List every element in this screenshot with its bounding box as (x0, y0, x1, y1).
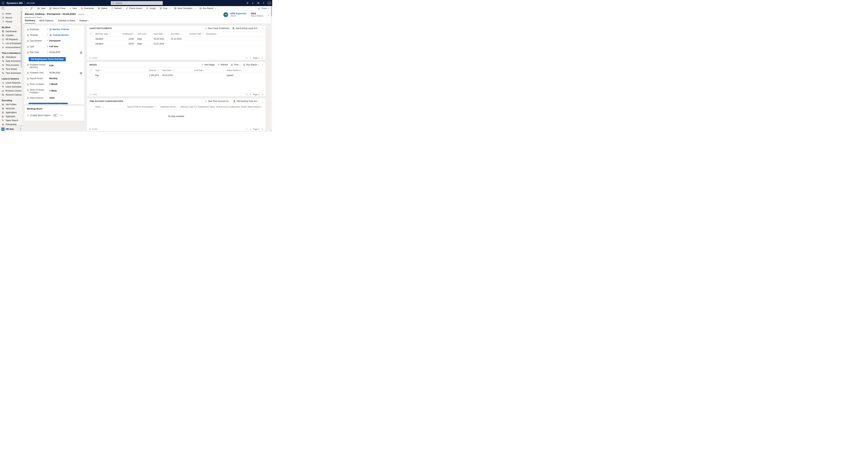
sidebar-item-vacancies[interactable]: Vacancies (0, 107, 23, 111)
field-classification[interactable]: Classification * Permanent (25, 39, 84, 44)
flow-grid-button[interactable]: Flow (231, 64, 240, 66)
app-switcher[interactable]: HH HR Hub (0, 126, 23, 131)
sidebar-item-list-of-employees[interactable]: List of Employees (0, 41, 23, 45)
add-existing-leave-entitlement-button[interactable]: Add Existing Leave Ent... (232, 27, 259, 30)
run-report-grid-button[interactable]: Run Report (243, 64, 259, 66)
new-wage-button[interactable]: New Wage (201, 64, 215, 66)
column-end-date[interactable]: End Date (193, 69, 226, 71)
column-status-reason[interactable]: Status Reason (226, 69, 266, 71)
field-terms-of-notice-probation[interactable]: Terms of Notice Probation 1 Week (25, 88, 84, 96)
replace-active-employment-terms-button[interactable]: Replace Active Employment Terms (29, 103, 68, 104)
sidebar-item-business-closures[interactable]: Business Closures (0, 89, 23, 93)
user-avatar[interactable]: AH (268, 1, 271, 5)
sidebar-scroll-up-icon[interactable] (20, 8, 22, 10)
refresh-grid-button[interactable]: Refresh (217, 64, 228, 66)
enable-work-pattern-toggle[interactable] (53, 114, 59, 117)
table-row[interactable]: Vacation 28,00 Days 01.01.2024 (87, 41, 266, 46)
column-start-date[interactable]: Start Date↓ (159, 69, 193, 71)
check-access-button[interactable]: Check Access (124, 6, 144, 10)
column-status-reason[interactable]: Status Reason (247, 106, 266, 108)
hamburger-menu-icon[interactable] (2, 7, 4, 9)
field-status-reason[interactable]: Status Reason Valid (25, 96, 84, 101)
field-probation-period[interactable]: Probation Period (Months) 6,00 (25, 63, 84, 71)
column-time-unit[interactable]: Time Unit (134, 33, 153, 35)
save-and-close-button[interactable]: Save & Close (48, 6, 67, 10)
sidebar-item-home[interactable]: Home (0, 12, 23, 16)
owner-name-link[interactable]: HRM Supervisor (230, 12, 246, 15)
column-description[interactable]: Description (205, 33, 266, 35)
search-input[interactable] (116, 2, 161, 4)
scrollbar-down-icon[interactable] (271, 130, 272, 131)
app-brand[interactable]: Dynamics 365 (7, 2, 23, 4)
sidebar-item-job-profiles[interactable]: Job Profiles (0, 102, 23, 107)
more-commands-icon[interactable] (261, 100, 264, 102)
delete-button[interactable]: Delete (96, 6, 109, 10)
help-icon[interactable] (262, 2, 265, 4)
sidebar-item-absence-calendar[interactable]: Absence Calendar (0, 93, 23, 97)
table-row[interactable]: Vacation 20,94 Days 03.04.2023 31.12.202… (87, 36, 266, 41)
tab-activities-notes[interactable]: Activities & Notes (58, 19, 75, 24)
field-type[interactable]: Type + Full time (25, 44, 84, 50)
previous-page-icon[interactable] (249, 128, 252, 130)
sidebar-item-leave-summaries[interactable]: Leave Summaries (0, 85, 23, 89)
sidebar-item-talent-search[interactable]: Talent Search (0, 118, 23, 122)
first-page-icon[interactable] (246, 128, 248, 130)
calendar-icon[interactable] (80, 51, 82, 54)
more-commands-icon[interactable] (261, 64, 264, 66)
next-page-icon[interactable] (261, 93, 263, 95)
tab-related[interactable]: Related (80, 19, 89, 24)
next-page-icon[interactable] (261, 57, 263, 59)
column-source-field[interactable]: Source Field for Accumulation↑ (127, 106, 159, 108)
new-leave-entitlement-button[interactable]: New Leave Entitlement (205, 27, 229, 30)
gear-icon[interactable] (257, 2, 259, 4)
add-existing-time-account-configuration-button[interactable]: Add Existing Time Acc... (233, 100, 259, 102)
column-entitlement[interactable]: Entitlement (122, 33, 134, 35)
refresh-button[interactable]: Refresh (110, 6, 123, 10)
calendar-icon[interactable] (80, 72, 82, 74)
column-start-date[interactable]: Start Date (153, 33, 170, 35)
sidebar-item-onboarding[interactable]: Onboarding (0, 122, 23, 126)
previous-page-icon[interactable] (249, 93, 252, 95)
owner-avatar[interactable]: HS (223, 12, 228, 17)
column-collection-period[interactable]: Collection Period (159, 106, 180, 108)
sidebar-item-time-summaries[interactable]: Time Summaries (0, 71, 23, 75)
first-page-icon[interactable] (246, 93, 248, 95)
sidebar-item-dashboards[interactable]: Dashboards (0, 29, 23, 33)
open-in-side-pane-icon[interactable] (29, 6, 33, 10)
run-report-button[interactable]: Run Report (198, 6, 218, 10)
lightbulb-icon[interactable] (246, 2, 249, 4)
new-button[interactable]: New (68, 6, 78, 10)
main-scrollbar[interactable] (271, 6, 272, 131)
global-search-box[interactable] (111, 1, 163, 5)
column-time-account-configuration-template[interactable]: Time Account Configuration Template (215, 106, 247, 108)
column-transfer-until[interactable]: Transfer Until (188, 33, 205, 35)
employee-lookup-link[interactable]: Barnes, Andrew (53, 28, 69, 31)
previous-page-icon[interactable] (249, 57, 252, 59)
column-end-date[interactable]: End Date (170, 33, 188, 35)
deactivate-button[interactable]: Deactivate (79, 6, 95, 10)
field-start-date[interactable]: Start Date * 03.04.2023 (25, 50, 84, 56)
column-employment-terms[interactable]: Employment Terms (197, 106, 215, 108)
sidebar-item-time-sheets[interactable]: Time Sheets (0, 67, 23, 71)
table-row[interactable]: Pay 1.000,00 € 03.04.2023 Agreed (87, 73, 266, 78)
sidebar-item-announcements[interactable]: Announcements (0, 45, 23, 49)
column-amount[interactable]: Amount↓ (121, 69, 159, 71)
more-commands-icon[interactable] (261, 27, 264, 30)
first-page-icon[interactable] (246, 57, 248, 59)
sidebar-item-applicants[interactable]: Applicants (0, 114, 23, 118)
select-all-checkbox[interactable] (87, 33, 95, 35)
scrollbar-thumb[interactable] (271, 7, 272, 17)
sidebar-scrollbar-thumb[interactable] (21, 10, 22, 68)
column-absence-type[interactable]: Absence Type↑ (95, 33, 122, 35)
column-name[interactable]: Name↑ (95, 106, 127, 108)
field-probation-until[interactable]: Probation Until 30.09.2023 (25, 71, 84, 77)
field-payroll-period[interactable]: Payroll Period Monthly (25, 77, 84, 82)
environment-name[interactable]: HR HUB (27, 2, 35, 4)
tab-work-patterns[interactable]: Work Patterns (39, 19, 54, 24)
set-employment-terms-end-date-button[interactable]: Set Employment Terms End Date (29, 57, 66, 61)
add-icon[interactable] (251, 2, 254, 4)
field-terms-of-notice[interactable]: Terms of Notice 1 Month (25, 82, 84, 88)
back-button[interactable] (24, 6, 29, 10)
sidebar-item-leave-requests[interactable]: Leave Requests (0, 81, 23, 85)
field-employee[interactable]: Employee * Barnes, Andrew (25, 27, 84, 33)
